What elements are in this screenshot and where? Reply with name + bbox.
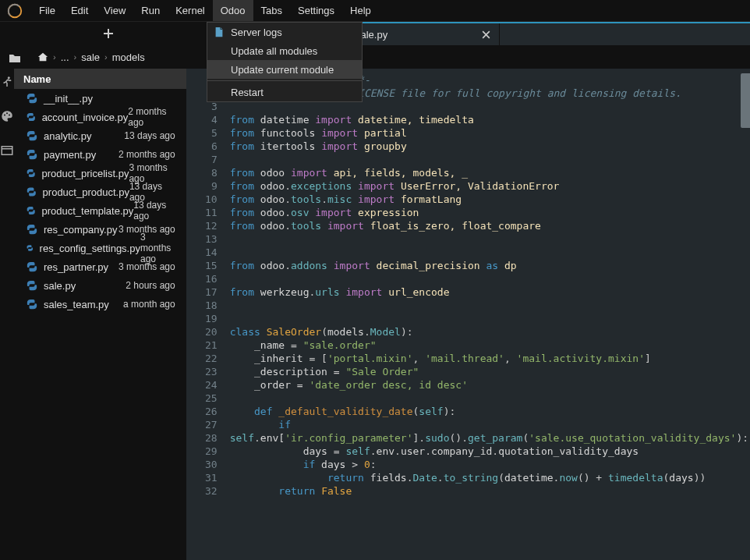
file-row[interactable]: product_product.py13 days ago xyxy=(14,183,186,201)
folder-icon[interactable] xyxy=(9,52,21,65)
home-icon[interactable] xyxy=(37,51,48,62)
file-time: 2 months ago xyxy=(128,106,175,128)
python-file-icon xyxy=(27,168,35,179)
line-gutter: 1234567891011121314151617181920212223242… xyxy=(186,69,225,560)
menu-tabs[interactable]: Tabs xyxy=(253,0,290,21)
menubar: FileEditViewRunKernelOdooTabsSettingsHel… xyxy=(0,0,750,22)
file-time: 2 hours ago xyxy=(126,280,175,291)
file-name: sale.py xyxy=(44,280,76,292)
activity-bar xyxy=(0,69,14,560)
file-time: 3 months ago xyxy=(140,232,175,264)
breadcrumb-row: › ... › sale › models xyxy=(0,45,750,69)
menu-view[interactable]: View xyxy=(96,0,133,21)
menu-edit[interactable]: Edit xyxy=(63,0,96,21)
menu-item[interactable]: Restart xyxy=(207,83,362,101)
file-name: res_config_settings.py xyxy=(40,243,140,254)
svg-rect-6 xyxy=(2,147,12,155)
close-icon[interactable] xyxy=(481,30,491,40)
file-name: sales_team.py xyxy=(44,299,109,310)
svg-point-3 xyxy=(4,115,5,116)
window-icon[interactable] xyxy=(0,144,14,158)
python-file-icon xyxy=(27,299,37,310)
tab-sale-py[interactable]: sale.py xyxy=(345,23,500,45)
file-name: product_pricelist.py xyxy=(41,168,129,179)
file-row[interactable]: res_config_settings.py3 months ago xyxy=(14,239,186,257)
python-file-icon xyxy=(27,243,34,253)
scrollbar-thumb[interactable] xyxy=(741,73,750,128)
document-icon xyxy=(214,27,225,37)
python-file-icon xyxy=(27,261,37,272)
menu-run[interactable]: Run xyxy=(133,0,168,21)
svg-point-4 xyxy=(6,112,8,114)
menu-item[interactable]: Server logs xyxy=(207,23,362,41)
app-logo-icon xyxy=(6,2,23,19)
code-editor[interactable]: 1234567891011121314151617181920212223242… xyxy=(186,69,750,560)
python-file-icon xyxy=(27,224,37,235)
top-toolbar: sale.py xyxy=(0,22,750,45)
menu-item[interactable]: Update all modules xyxy=(207,41,362,60)
breadcrumb-segment[interactable]: ... xyxy=(61,51,69,63)
breadcrumb-segment[interactable]: models xyxy=(112,51,145,63)
menu-help[interactable]: Help xyxy=(342,0,379,21)
menu-item[interactable]: Update current module xyxy=(207,60,362,79)
python-file-icon xyxy=(27,280,37,291)
file-explorer: Name __init__.pyaccount_invoice.py2 mont… xyxy=(14,69,186,560)
python-file-icon xyxy=(27,205,35,216)
python-file-icon xyxy=(27,186,37,197)
file-row[interactable]: analytic.py13 days ago xyxy=(14,126,186,145)
file-name: res_partner.py xyxy=(44,261,108,273)
file-row[interactable]: product_pricelist.py3 months ago xyxy=(14,164,186,183)
file-name: product_product.py xyxy=(43,186,129,198)
editor-tabbar: sale.py xyxy=(345,22,750,45)
menu-file[interactable]: File xyxy=(31,0,63,21)
menu-settings[interactable]: Settings xyxy=(290,0,342,21)
menu-odoo[interactable]: Odoo xyxy=(213,0,253,21)
new-file-icon[interactable] xyxy=(102,27,115,40)
svg-point-5 xyxy=(9,115,10,116)
file-row[interactable]: account_invoice.py2 months ago xyxy=(14,108,186,126)
python-file-icon xyxy=(27,130,37,141)
python-file-icon xyxy=(27,149,37,160)
file-name: __init__.py xyxy=(44,93,93,105)
file-row[interactable]: payment.py2 months ago xyxy=(14,145,186,164)
file-name: res_company.py xyxy=(44,224,117,236)
file-row[interactable]: __init__.py xyxy=(14,89,186,108)
file-row[interactable]: sale.py2 hours ago xyxy=(14,276,186,295)
file-time: a month ago xyxy=(123,299,175,310)
file-name: payment.py xyxy=(44,149,96,161)
python-file-icon xyxy=(27,93,37,104)
file-row[interactable]: sales_team.pya month ago xyxy=(14,295,186,314)
code-content[interactable]: # -*- coding: utf-8 -*-# Part of Odoo. S… xyxy=(225,69,750,560)
python-file-icon xyxy=(27,112,36,122)
column-header-name[interactable]: Name xyxy=(14,69,186,89)
file-name: product_template.py xyxy=(41,205,133,217)
breadcrumb[interactable]: › ... › sale › models xyxy=(30,51,145,63)
file-name: account_invoice.py xyxy=(42,112,129,123)
file-time: 3 months ago xyxy=(119,261,175,272)
breadcrumb-segment[interactable]: sale xyxy=(81,51,100,63)
svg-point-2 xyxy=(8,76,10,79)
file-name: analytic.py xyxy=(44,130,91,142)
file-row[interactable]: product_template.py13 days ago xyxy=(14,201,186,220)
running-man-icon[interactable] xyxy=(0,75,14,89)
menu-kernel[interactable]: Kernel xyxy=(168,0,213,21)
file-time: 13 days ago xyxy=(133,200,175,222)
file-time: 13 days ago xyxy=(124,130,175,141)
odoo-menu-dropdown: Server logsUpdate all modulesUpdate curr… xyxy=(207,22,363,102)
palette-icon[interactable] xyxy=(0,109,14,123)
file-time: 2 months ago xyxy=(119,149,175,160)
